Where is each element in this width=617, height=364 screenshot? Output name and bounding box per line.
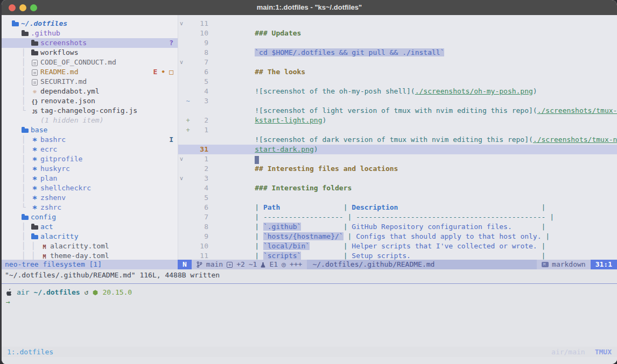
tree-item[interactable]: │ README.md E•□ [2, 67, 178, 77]
tmux-session: air/main [551, 347, 585, 357]
tree-item[interactable]: │ zshenv [2, 193, 178, 203]
tree-item[interactable]: │ workflows [2, 48, 178, 58]
tmux-window-item[interactable]: 1:.dotfiles [7, 347, 53, 357]
tree-item-icon [31, 97, 38, 105]
tree-item-label: theme-day.toml [50, 251, 109, 260]
tree-item-label: act [40, 222, 53, 232]
tree-item-icon [12, 19, 19, 28]
line-number: 9 [191, 38, 208, 48]
tree-item[interactable]: │ gitprofile [2, 154, 178, 164]
tree-item-label: workflows [40, 48, 78, 58]
tree-item-label: shellcheckrc [40, 183, 91, 193]
tree-guide-lines [12, 38, 31, 48]
tree-guide-lines: ││ [12, 251, 41, 260]
git-branch-icon [197, 261, 202, 268]
fold-icon[interactable]: v [178, 154, 185, 164]
tree-guide-lines: └ [12, 203, 31, 212]
tree-item-icon [31, 39, 38, 47]
tree-item[interactable]: └ zshrc [2, 203, 178, 212]
minimize-button[interactable] [19, 4, 26, 11]
tree-item-icon [31, 194, 38, 202]
tree-item[interactable]: ││ theme-day.toml [2, 251, 178, 260]
tree-item-icon [31, 203, 38, 212]
tree-item-label: tag-changelog-config.js [40, 106, 137, 116]
tree-item[interactable]: │ ecrc [2, 145, 178, 154]
fold-icon[interactable]: v [178, 174, 185, 183]
shell-pane: "~/.dotfiles/.github/README.md" 116L, 44… [2, 269, 617, 364]
tree-item-icon [22, 213, 29, 222]
tree-item[interactable]: base [2, 125, 178, 135]
tree-item[interactable]: │ shellcheckrc [2, 183, 178, 193]
tree-item[interactable]: │ SECURITY.md [2, 77, 178, 87]
tree-item-label: zshrc [40, 203, 61, 212]
tree-item-icon [31, 58, 38, 67]
window-bottom-padding [2, 357, 617, 364]
line-number: 8 [191, 48, 208, 58]
tree-guide-lines: │ [12, 154, 31, 164]
tree-item-label: gitprofile [40, 154, 82, 164]
zoom-button[interactable] [30, 4, 37, 11]
fold-icon[interactable]: v [178, 58, 185, 67]
tree-item[interactable]: │ CODE_OF_CONDUCT.md [2, 58, 178, 67]
line-number: 10 [191, 241, 208, 251]
tree-guide-lines: │ [12, 183, 31, 193]
line-number: 5 [191, 77, 208, 87]
tree-item-label: README.md [40, 67, 78, 77]
tmux-badge: TMUX [595, 347, 612, 357]
flask-icon [261, 262, 265, 268]
tree-guide-lines [12, 28, 22, 38]
statusline-git-section: main +2 ~1 E1 +++ [192, 260, 307, 269]
tree-item[interactable]: │ alacritty [2, 232, 178, 241]
tree-item-icon [31, 232, 38, 241]
tree-item-icon [31, 184, 38, 192]
line-number: 9 [191, 232, 208, 241]
git-sign: + [185, 116, 191, 125]
terminal-empty-area [2, 307, 617, 347]
tree-item-icon [31, 48, 38, 57]
node-version: 20.15.0 [102, 288, 132, 297]
prompt-input[interactable]: → [2, 297, 617, 307]
line-number: 2 [191, 116, 208, 125]
tree-item[interactable]: ~/.dotfiles [2, 19, 178, 28]
tree-item[interactable]: │ huskyrc [2, 164, 178, 174]
tree-item[interactable]: │ plan [2, 174, 178, 183]
tree-item-icon [41, 252, 48, 260]
line-number: 6 [191, 67, 208, 77]
tree-guide-lines [12, 116, 31, 125]
tree-item-icon [31, 174, 38, 183]
line-number: 8 [191, 222, 208, 232]
line-number: 1 [191, 154, 208, 164]
tree-item[interactable]: │ dependabot.yml [2, 87, 178, 96]
tree-item-label: plan [40, 174, 57, 183]
tree-item-label: ecrc [40, 145, 57, 154]
close-button[interactable] [9, 4, 16, 11]
tree-item[interactable]: │ act [2, 222, 178, 232]
git-sign: ~ [185, 96, 191, 106]
fold-icon[interactable]: v [178, 19, 185, 28]
shell-prompt: air ~/.dotfiles 20.15.0 [2, 288, 617, 297]
tree-guide-lines: │ [12, 135, 31, 145]
line-number: 3 [191, 174, 208, 183]
tree-item[interactable]: .github [2, 28, 178, 38]
file-tree: ~/.dotfiles .github [2, 15, 178, 260]
tree-item[interactable]: screenshots ? [2, 38, 178, 48]
line-text [208, 241, 617, 260]
tree-guide-lines: │ [12, 48, 31, 58]
line-number: 7 [191, 212, 208, 222]
tree-item[interactable]: ││ alacritty.toml [2, 241, 178, 251]
filetype-label: markdown [552, 260, 586, 269]
statusline-filetype: markdown [537, 260, 591, 269]
tree-item-icon [22, 29, 29, 38]
tree-item[interactable]: config [2, 212, 178, 222]
tree-item[interactable]: │ bashrc I [2, 135, 178, 145]
tree-item-badges: E•□ [153, 67, 173, 77]
tree-item[interactable]: (1 hidden item) [2, 116, 178, 125]
tree-item[interactable]: │ renovate.json [2, 96, 178, 106]
tree-item-icon [22, 126, 29, 134]
line-number: 31 [191, 145, 208, 154]
tree-guide-lines: │ [12, 164, 31, 174]
tree-item[interactable]: └ tag-changelog-config.js [2, 106, 178, 116]
tree-item-label: zshenv [40, 193, 66, 203]
editor-line[interactable]: 11 [178, 251, 617, 260]
tree-item-icon [31, 87, 38, 96]
